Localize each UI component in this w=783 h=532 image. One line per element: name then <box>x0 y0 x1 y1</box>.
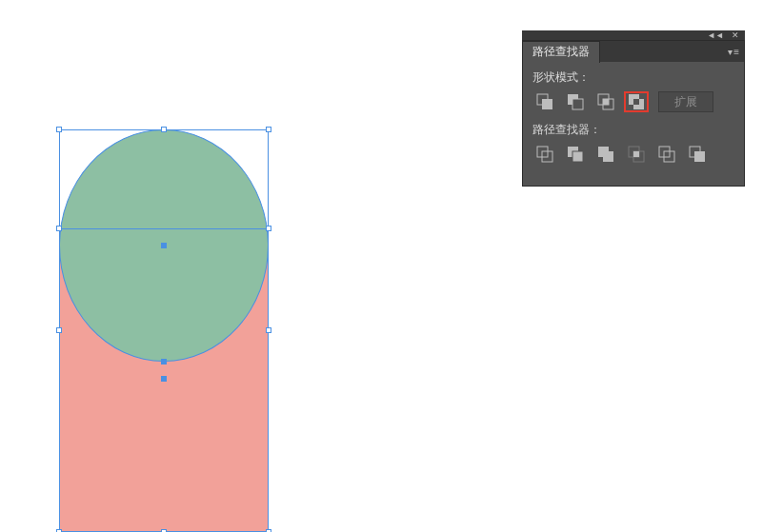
svg-rect-3 <box>572 99 583 109</box>
minus-back-button[interactable] <box>685 144 710 165</box>
expand-label: 扩展 <box>674 94 697 110</box>
panel-title: 路径查找器 <box>532 44 590 60</box>
crop-icon <box>628 146 645 163</box>
selection-handle[interactable] <box>56 226 62 231</box>
unite-icon <box>536 93 553 110</box>
unite-button[interactable] <box>532 91 557 112</box>
anchor-point[interactable] <box>161 243 167 248</box>
selection-handle[interactable] <box>266 127 271 132</box>
minus-front-icon <box>567 93 584 110</box>
flyout-menu-icon[interactable]: ▾≡ <box>728 47 740 57</box>
pathfinder-panel[interactable]: ◄◄ ✕ 路径查找器 ▾≡ 形状模式： <box>522 30 745 187</box>
close-icon[interactable]: ✕ <box>732 31 739 40</box>
selection-handle[interactable] <box>56 127 62 132</box>
intersect-button[interactable] <box>593 91 618 112</box>
expand-button: 扩展 <box>658 91 713 112</box>
exclude-icon <box>628 93 645 110</box>
minus-back-icon <box>689 146 706 163</box>
panel-tab[interactable]: 路径查找器 <box>523 41 600 63</box>
intersect-icon <box>597 93 614 110</box>
collapse-icon[interactable]: ◄◄ <box>707 31 724 40</box>
outline-button[interactable] <box>654 144 679 165</box>
svg-rect-13 <box>572 151 583 162</box>
merge-icon <box>597 146 614 163</box>
outline-icon <box>658 146 675 163</box>
panel-titlebar[interactable]: 路径查找器 ▾≡ <box>523 41 744 62</box>
panel-controls: ◄◄ ✕ <box>522 30 745 40</box>
divide-button[interactable] <box>532 144 557 165</box>
selection-handle[interactable] <box>266 226 271 231</box>
svg-rect-22 <box>694 151 705 162</box>
center-point <box>161 376 167 382</box>
selection-handle[interactable] <box>266 327 271 333</box>
trim-button[interactable] <box>563 144 588 165</box>
selection-handle[interactable] <box>161 127 167 132</box>
svg-rect-15 <box>603 151 613 162</box>
anchor-point[interactable] <box>161 359 167 365</box>
svg-rect-9 <box>633 99 639 105</box>
svg-rect-1 <box>542 99 552 109</box>
shape-modes-row: 扩展 <box>532 91 734 112</box>
pathfinders-label: 路径查找器： <box>532 122 734 138</box>
pathfinders-row <box>532 144 734 165</box>
trim-icon <box>567 146 584 163</box>
svg-rect-6 <box>603 99 609 105</box>
selection-handle[interactable] <box>56 327 62 333</box>
shape-intersection-line <box>59 228 269 229</box>
merge-button[interactable] <box>593 144 618 165</box>
shape-modes-label: 形状模式： <box>532 69 734 86</box>
svg-rect-18 <box>633 151 639 157</box>
exclude-button[interactable] <box>624 91 649 112</box>
divide-icon <box>536 146 553 163</box>
minus-front-button[interactable] <box>563 91 588 112</box>
crop-button[interactable] <box>624 144 649 165</box>
